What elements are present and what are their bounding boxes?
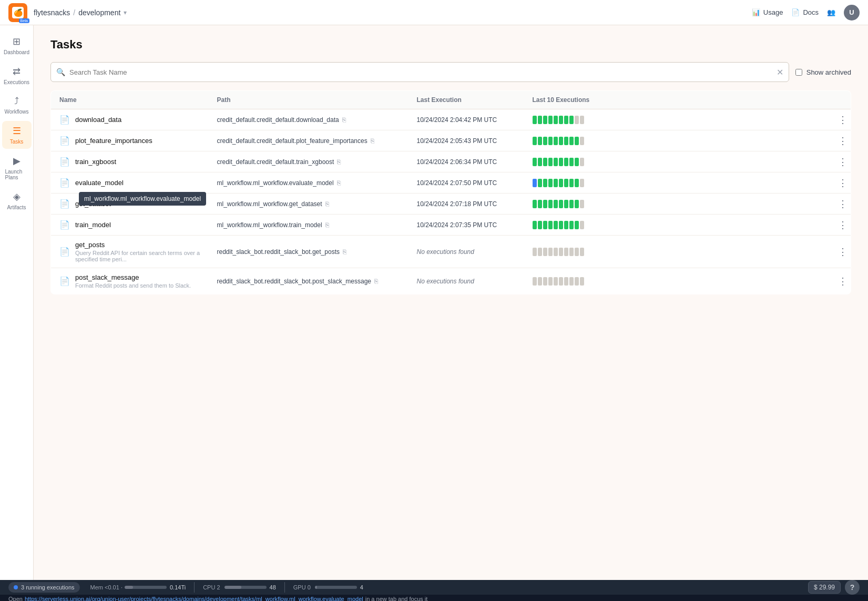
sidebar-item-tasks[interactable]: ☰ Tasks (2, 121, 32, 149)
sidebar-item-dashboard[interactable]: ⊞ Dashboard (2, 32, 32, 59)
task-file-icon: 📄 (59, 178, 70, 188)
workflows-icon: ⤴ (14, 96, 19, 107)
breadcrumb-project[interactable]: flytesnacks (34, 8, 70, 17)
help-button[interactable]: ? (845, 580, 860, 595)
last-execution: No executions found (409, 272, 524, 290)
sidebar-item-workflows[interactable]: ⤴ Workflows (2, 91, 32, 119)
execution-bar (548, 158, 553, 166)
task-path: ml_workflow.ml_workflow.get_dataset⎘ (209, 195, 409, 213)
copy-path-icon[interactable]: ⎘ (337, 158, 341, 166)
table-row[interactable]: 📄post_slack_messageFormat Reddit posts a… (51, 268, 851, 294)
execution-bar (533, 277, 537, 286)
table-row[interactable]: 📄train_modelml_workflow.ml_workflow.trai… (51, 215, 851, 236)
more-actions-button[interactable]: ⋮ (835, 274, 851, 288)
task-file-icon: 📄 (59, 247, 70, 257)
more-actions-button[interactable]: ⋮ (835, 197, 851, 211)
execution-bar (533, 248, 537, 256)
usage-icon: 📊 (752, 8, 760, 16)
last-execution: 10/24/2024 2:05:43 PM UTC (409, 132, 524, 150)
execution-bar (543, 248, 547, 256)
more-actions-button[interactable]: ⋮ (835, 113, 851, 127)
execution-bar (559, 200, 563, 208)
search-input[interactable] (69, 68, 777, 76)
breadcrumb: flytesnacks / development ▾ (34, 8, 127, 17)
execution-bar (569, 116, 574, 124)
execution-bar (559, 179, 563, 187)
execution-bar (580, 200, 584, 208)
copy-path-icon[interactable]: ⎘ (325, 221, 329, 229)
task-description: Format Reddit posts and send them to Sla… (75, 282, 191, 289)
cpu-bar (224, 586, 267, 589)
sidebar-label-artifacts: Artifacts (7, 205, 26, 210)
gpu-label: GPU 0 (293, 584, 311, 590)
execution-bar (538, 277, 542, 286)
copy-path-icon[interactable]: ⎘ (343, 248, 346, 256)
running-dot (14, 585, 18, 589)
task-path: credit_default.credit_default.download_d… (209, 111, 409, 129)
statusbar: 3 running executions Mem <0.01 · 0.14Ti … (0, 580, 868, 595)
logo[interactable]: 🍊 (8, 3, 27, 22)
more-actions-button[interactable]: ⋮ (835, 218, 851, 232)
table-row[interactable]: 📄plot_feature_importancescredit_default.… (51, 130, 851, 151)
gpu-bar (315, 586, 357, 589)
execution-bar (580, 277, 584, 286)
mem-value: 0.14Ti (170, 584, 186, 590)
table-row[interactable]: 📄evaluate_modelml_workflow.ml_workflow.e… (51, 172, 851, 193)
copy-path-icon[interactable]: ⎘ (371, 137, 374, 145)
cost-badge: $ 29.99 (808, 581, 841, 594)
clear-icon[interactable]: ✕ (777, 67, 783, 77)
execution-bar (559, 116, 563, 124)
execution-bars (524, 242, 825, 261)
execution-bar (569, 277, 574, 286)
execution-bar (564, 248, 568, 256)
tasks-table: Name Path Last Execution Last 10 Executi… (50, 90, 851, 294)
sidebar-item-executions[interactable]: ⇄ Executions (2, 62, 32, 89)
execution-bar (548, 248, 553, 256)
more-actions-button[interactable]: ⋮ (835, 155, 851, 169)
open-url[interactable]: https://serverless.union.ai/org/union-us… (25, 596, 363, 601)
last-execution: 10/24/2024 2:07:35 PM UTC (409, 216, 524, 234)
more-actions-button[interactable]: ⋮ (835, 134, 851, 148)
copy-path-icon[interactable]: ⎘ (325, 200, 329, 208)
task-path: ml_workflow.ml_workflow.evaluate_model⎘ (209, 174, 409, 192)
breadcrumb-env[interactable]: development (78, 8, 120, 17)
copy-path-icon[interactable]: ⎘ (374, 278, 378, 285)
mem-label: Mem <0.01 · (90, 584, 122, 590)
task-name: download_data (75, 116, 121, 124)
execution-bar (543, 277, 547, 286)
table-row[interactable]: 📄train_xgboostcredit_default.credit_defa… (51, 151, 851, 172)
table-row[interactable]: 📄download_datacredit_default.credit_defa… (51, 109, 851, 130)
show-archived-label[interactable]: Show archived (806, 68, 851, 76)
usage-button[interactable]: 📊 Usage (752, 8, 783, 16)
search-box[interactable]: 🔍 ✕ (50, 62, 789, 82)
docs-icon: 📄 (791, 8, 800, 16)
more-actions-button[interactable]: ⋮ (835, 245, 851, 259)
task-path: reddit_slack_bot.reddit_slack_bot.post_s… (209, 272, 409, 290)
copy-path-icon[interactable]: ⎘ (337, 179, 341, 187)
execution-bar (533, 179, 537, 187)
user-avatar[interactable]: U (844, 5, 860, 21)
execution-bar (538, 179, 542, 187)
copy-path-icon[interactable]: ⎘ (342, 116, 346, 124)
execution-bars (524, 195, 825, 213)
table-row[interactable]: 📄get_datasetml_workflow.ml_workflow.get_… (51, 193, 851, 215)
launch-plans-icon: ▶ (13, 155, 21, 167)
docs-button[interactable]: 📄 Docs (791, 8, 819, 16)
task-name: get_posts (75, 241, 200, 249)
show-archived-checkbox[interactable] (795, 69, 802, 76)
sidebar-item-artifacts[interactable]: ◈ Artifacts (2, 187, 32, 215)
running-badge[interactable]: 3 running executions (8, 582, 80, 593)
execution-bar (580, 179, 584, 187)
executions-icon: ⇄ (13, 66, 21, 77)
table-row[interactable]: 📄get_postsQuery Reddit API for certain s… (51, 236, 851, 268)
execution-bar (543, 179, 547, 187)
more-actions-button[interactable]: ⋮ (835, 176, 851, 190)
col-header-actions (825, 91, 851, 109)
task-path: reddit_slack_bot.reddit_slack_bot.get_po… (209, 243, 409, 261)
col-header-name: Name (51, 91, 209, 109)
execution-bar (575, 158, 579, 166)
users-button[interactable]: 👥 (827, 8, 835, 16)
sidebar-item-launch-plans[interactable]: ▶ Launch Plans (2, 151, 32, 185)
execution-bar (564, 200, 568, 208)
execution-bar (548, 221, 553, 229)
